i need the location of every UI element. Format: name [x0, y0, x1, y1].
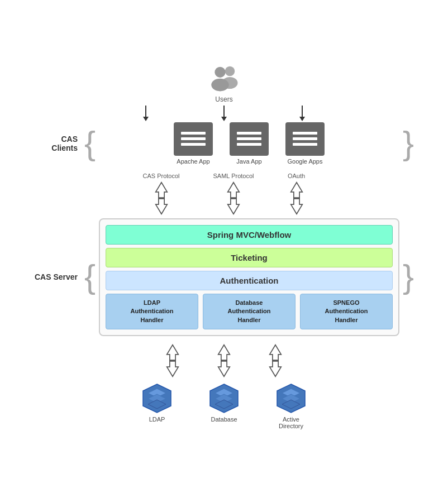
- database-store-group: Database: [207, 383, 241, 429]
- database-store-label: Database: [211, 416, 237, 423]
- cas-protocol-group: CAS Protocol: [143, 173, 180, 215]
- database-handler-box: Database Authentication Handler: [203, 294, 296, 329]
- svg-marker-6: [228, 183, 240, 198]
- svg-marker-5: [155, 199, 167, 214]
- ldap-arrow: [164, 344, 182, 377]
- activedir-store-icon: [274, 383, 308, 414]
- svg-marker-15: [270, 361, 282, 376]
- handlers-row: LDAP Authentication Handler Database Aut…: [106, 294, 393, 329]
- svg-point-0: [225, 66, 235, 76]
- svg-marker-13: [218, 361, 230, 376]
- svg-marker-14: [270, 345, 282, 360]
- ldap-store-label: LDAP: [149, 416, 165, 423]
- ldap-store-group: LDAP: [140, 383, 174, 429]
- saml-protocol-label: SAML Protocol: [213, 173, 254, 179]
- ldap-store-icon: [140, 383, 174, 414]
- arrow-to-java: [221, 106, 227, 121]
- cas-protocol-arrow: [152, 181, 170, 215]
- spnego-handler-box: SPNEGO Authentication Handler: [300, 294, 393, 329]
- bracket-right: }: [403, 127, 414, 160]
- server-content: Spring MVC/Webflow Ticketing Authenticat…: [99, 218, 399, 336]
- clients-group: Apache App Java App Google Apps: [99, 122, 399, 165]
- svg-point-3: [211, 79, 229, 92]
- apache-app-label: Apache App: [177, 158, 209, 165]
- icon-line-2: [293, 137, 317, 140]
- architecture-diagram: Users CAS Clients { Apache Ap: [12, 64, 436, 429]
- database-arrow: [215, 344, 233, 377]
- spring-mvc-box: Spring MVC/Webflow: [106, 225, 393, 245]
- arrow-to-google: [299, 106, 305, 121]
- data-stores-section: LDAP Database Active Directory: [140, 383, 308, 429]
- icon-line-1: [181, 132, 205, 135]
- users-section: Users: [204, 64, 244, 103]
- users-to-apps-arrows: [84, 106, 364, 121]
- ldap-handler-box: LDAP Authentication Handler: [106, 294, 198, 329]
- cas-clients-label: CAS Clients: [34, 135, 84, 152]
- svg-marker-7: [228, 199, 240, 214]
- authentication-box: Authentication: [106, 271, 393, 290]
- server-bracket-left: {: [84, 260, 96, 294]
- saml-protocol-group: SAML Protocol: [213, 173, 254, 215]
- cas-server-label: CAS Server: [34, 272, 84, 281]
- svg-point-2: [215, 67, 225, 78]
- activedir-arrow: [266, 344, 284, 377]
- svg-marker-11: [167, 361, 179, 376]
- oauth-group: OAuth: [288, 173, 306, 215]
- users-label: Users: [215, 95, 232, 103]
- svg-marker-9: [290, 199, 302, 214]
- cas-clients-row: CAS Clients { Apache App Java App: [34, 122, 414, 165]
- users-icon: [204, 64, 244, 94]
- icon-line-3: [181, 143, 205, 146]
- icon-line-3: [293, 143, 317, 146]
- bottom-arrows-section: [84, 344, 364, 377]
- protocol-section: CAS Protocol SAML Protocol OAuth: [84, 173, 364, 215]
- svg-marker-4: [155, 183, 167, 198]
- oauth-label: OAuth: [288, 173, 305, 179]
- database-store-icon: [207, 383, 241, 414]
- saml-protocol-arrow: [225, 181, 242, 215]
- svg-marker-10: [167, 345, 179, 360]
- oauth-arrow: [288, 181, 306, 215]
- apache-app-icon: [174, 122, 213, 156]
- icon-line-3: [237, 143, 261, 146]
- apache-app-box: Apache App: [174, 122, 213, 165]
- ticketing-box: Ticketing: [106, 248, 393, 267]
- server-bracket-right: }: [403, 260, 414, 294]
- icon-line-2: [237, 137, 261, 140]
- java-app-icon: [230, 122, 269, 156]
- svg-marker-12: [218, 345, 230, 360]
- google-app-label: Google Apps: [288, 158, 323, 165]
- icon-line-2: [181, 137, 205, 140]
- java-app-box: Java App: [230, 122, 269, 165]
- icon-line-1: [293, 132, 317, 135]
- cas-protocol-label: CAS Protocol: [143, 173, 180, 179]
- svg-marker-8: [290, 183, 302, 198]
- cas-server-row: CAS Server { Spring MVC/Webflow Ticketin…: [34, 218, 414, 336]
- google-app-box: Google Apps: [285, 122, 325, 165]
- java-app-label: Java App: [236, 158, 261, 165]
- bracket-left: {: [84, 127, 96, 160]
- arrow-to-apache: [143, 106, 149, 121]
- icon-line-1: [237, 132, 261, 135]
- activedir-store-group: Active Directory: [274, 383, 308, 429]
- activedir-store-label: Active Directory: [279, 416, 303, 429]
- google-app-icon: [285, 122, 325, 156]
